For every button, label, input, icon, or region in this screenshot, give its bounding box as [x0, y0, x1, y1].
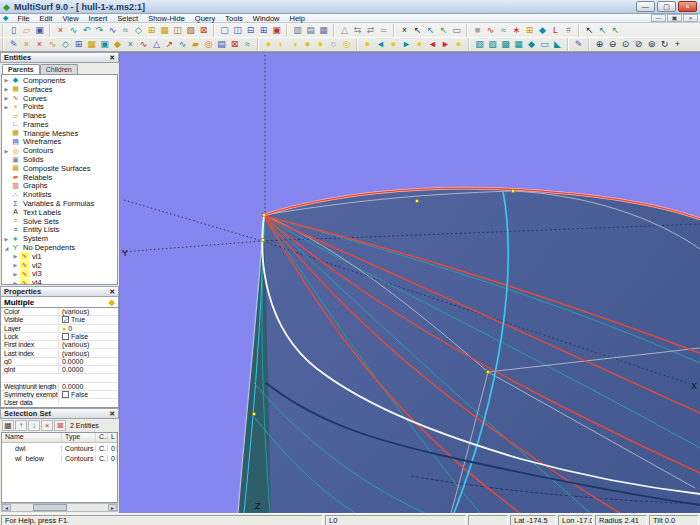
viewport-3d[interactable]: Y X Z: [119, 52, 700, 513]
property-value[interactable]: (various): [59, 308, 118, 315]
toolbar-icon[interactable]: ◎: [340, 38, 353, 51]
selection-tool-button[interactable]: ▦: [2, 420, 14, 431]
horizontal-scrollbar[interactable]: ◄ ►: [1, 503, 118, 512]
menu-item[interactable]: Help: [285, 14, 310, 23]
tree-item[interactable]: = Solve Sets: [2, 217, 117, 226]
property-row[interactable]: q0 0.0000: [1, 358, 118, 366]
toolbar-icon[interactable]: ●: [262, 38, 275, 51]
property-row[interactable]: Weight/unit length 0.0000: [1, 383, 118, 391]
property-row[interactable]: Last index (various): [1, 349, 118, 357]
toolbar-icon[interactable]: ∿: [67, 24, 80, 37]
toolbar-icon[interactable]: ▩: [499, 38, 512, 51]
menu-item[interactable]: Query: [190, 14, 220, 23]
property-value[interactable]: 0.0000: [59, 383, 118, 390]
control-point[interactable]: [487, 371, 490, 374]
toolbar-icon[interactable]: ↶: [80, 24, 93, 37]
toolbar-icon[interactable]: ◆: [536, 24, 549, 37]
toolbar-icon[interactable]: ◆: [111, 38, 124, 51]
entities-close-icon[interactable]: ✕: [109, 54, 115, 62]
property-row[interactable]: qInt 0.0000: [1, 366, 118, 374]
toolbar-icon[interactable]: ≃: [377, 24, 390, 37]
toolbar-icon[interactable]: ▢: [218, 24, 231, 37]
toolbar-icon[interactable]: ▯: [7, 24, 20, 37]
tab-children[interactable]: Children: [40, 64, 78, 74]
toolbar-icon[interactable]: ▧: [473, 38, 486, 51]
properties-close-icon[interactable]: ✕: [109, 288, 115, 296]
toolbar-icon[interactable]: ⊞: [145, 24, 158, 37]
property-value[interactable]: 0.0000: [59, 366, 118, 373]
menu-item[interactable]: View: [57, 14, 83, 23]
expand-arrow-icon[interactable]: ▶: [11, 280, 20, 285]
control-point[interactable]: [262, 239, 265, 242]
toolbar-icon[interactable]: △: [338, 24, 351, 37]
tree-item[interactable]: ≡ Entity Lists: [2, 226, 117, 235]
toolbar-icon[interactable]: ▦: [512, 38, 525, 51]
checkbox[interactable]: [62, 391, 69, 398]
close-button[interactable]: ×: [678, 1, 697, 12]
toolbar-icon[interactable]: ↷: [93, 24, 106, 37]
toolbar-icon[interactable]: ▣: [270, 24, 283, 37]
toolbar-icon[interactable]: ◐: [275, 38, 288, 51]
toolbar-icon[interactable]: ▱: [20, 24, 33, 37]
toolbar-icon[interactable]: ◫: [231, 24, 244, 37]
selection-table-row[interactable]: wl_below Contours C. 0: [2, 453, 117, 463]
selection-tool-button[interactable]: ⊠: [54, 420, 66, 431]
tree-item[interactable]: ▱ Planes: [2, 111, 117, 120]
selection-tool-button[interactable]: ↑: [15, 420, 27, 431]
toolbar-icon[interactable]: ×: [398, 24, 411, 37]
toolbar-icon[interactable]: ●: [413, 38, 426, 51]
toolbar-icon[interactable]: ≈: [241, 38, 254, 51]
toolbar-icon[interactable]: ×: [124, 38, 137, 51]
toolbar-icon[interactable]: ∿: [106, 24, 119, 37]
pin-icon[interactable]: ◆: [109, 298, 115, 307]
property-value[interactable]: (various): [59, 341, 118, 348]
expand-arrow-icon[interactable]: ▶: [2, 104, 11, 110]
mdi-restore-button[interactable]: ▣: [667, 14, 682, 22]
scroll-thumb[interactable]: [33, 504, 67, 511]
toolbar-icon[interactable]: ✎: [572, 38, 585, 51]
selection-close-icon[interactable]: ✕: [109, 410, 115, 418]
expand-arrow-icon[interactable]: ▶: [11, 253, 20, 259]
tree-item[interactable]: ▶ ∿ vl4: [2, 278, 117, 285]
expand-arrow-icon[interactable]: ▶: [2, 148, 11, 154]
property-value[interactable]: (various): [59, 350, 118, 357]
tree-item[interactable]: ◢ ϒ No Dependents: [2, 243, 117, 252]
property-row[interactable]: User data: [1, 399, 118, 407]
property-value[interactable]: False: [59, 333, 118, 340]
expand-arrow-icon[interactable]: ▶: [11, 262, 20, 268]
property-row[interactable]: Visible ✓ True: [1, 316, 118, 324]
selection-tool-button[interactable]: ×: [41, 420, 53, 431]
toolbar-icon[interactable]: +: [671, 38, 684, 51]
menu-item[interactable]: Insert: [84, 14, 113, 23]
toolbar-icon[interactable]: ∗: [510, 24, 523, 37]
selection-tool-button[interactable]: ↓: [28, 420, 40, 431]
mdi-minimize-button[interactable]: —: [651, 14, 666, 22]
toolbar-icon[interactable]: ∿: [176, 38, 189, 51]
toolbar-icon[interactable]: ◑: [288, 38, 301, 51]
maximize-button[interactable]: ▢: [657, 1, 676, 12]
toolbar-icon[interactable]: ▦: [158, 24, 171, 37]
toolbar-icon[interactable]: ○: [327, 38, 340, 51]
property-row[interactable]: Layer ● 0: [1, 325, 118, 333]
minimize-button[interactable]: —: [636, 1, 655, 12]
toolbar-icon[interactable]: △: [150, 38, 163, 51]
toolbar-icon[interactable]: ►: [400, 38, 413, 51]
selection-table-row[interactable]: dwl Contours C. 0: [2, 443, 117, 453]
tree-item[interactable]: ▶ ◎ Contours: [2, 146, 117, 155]
control-point[interactable]: [512, 190, 515, 193]
toolbar-icon[interactable]: ⊕: [593, 38, 606, 51]
toolbar-icon[interactable]: ⊟: [244, 24, 257, 37]
toolbar-icon[interactable]: ●: [301, 38, 314, 51]
toolbar-icon[interactable]: ×: [33, 38, 46, 51]
toolbar-icon[interactable]: ◆: [525, 38, 538, 51]
scroll-right-icon[interactable]: ►: [108, 504, 117, 511]
toolbar-icon[interactable]: ↖: [609, 24, 622, 37]
expand-arrow-icon[interactable]: ▶: [2, 77, 11, 83]
toolbar-icon[interactable]: ▦: [317, 24, 330, 37]
column-header-c[interactable]: C...: [96, 433, 108, 442]
toolbar-icon[interactable]: ●: [452, 38, 465, 51]
menu-item[interactable]: Tools: [220, 14, 248, 23]
toolbar-icon[interactable]: ◎: [202, 38, 215, 51]
toolbar-icon[interactable]: ≈: [497, 24, 510, 37]
toolbar-icon[interactable]: ■: [471, 24, 484, 37]
